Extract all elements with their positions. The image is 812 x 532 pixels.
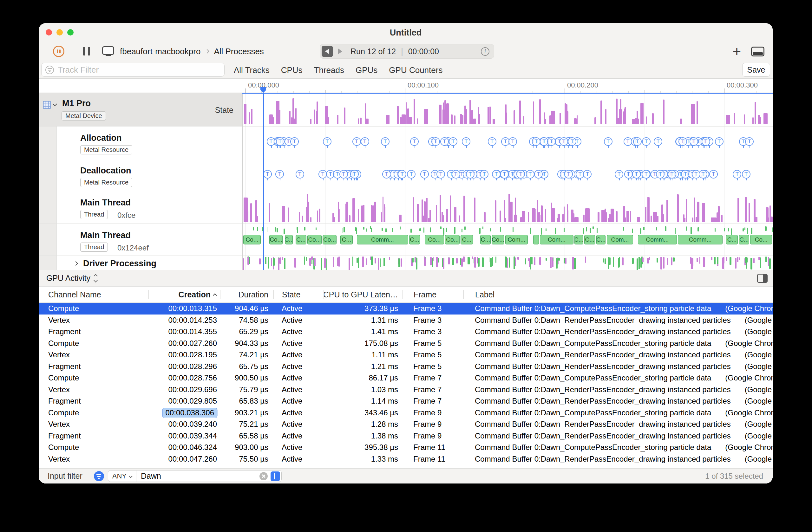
table-row[interactable]: Vertex 00:00.039.240 75.21 µs Active 1.2… [39,418,773,430]
table-row[interactable]: Vertex 00:00.047.260 75.50 µs Active 1.3… [39,453,773,465]
command-block[interactable]: Comm... [638,235,677,245]
tab-gpus[interactable]: GPUs [356,65,377,75]
column-duration[interactable]: Duration [220,290,273,299]
table-row[interactable]: Fragment 00:00.014.355 65.29 µs Active 1… [39,326,773,338]
table-row[interactable]: Compute 00:00.046.324 903.00 µs Active 3… [39,442,773,453]
resource-event-marker[interactable]: T [692,170,700,178]
resource-event-marker[interactable]: T [560,137,568,146]
resource-event-marker[interactable]: T [583,170,592,178]
resource-event-marker[interactable]: T [410,137,419,146]
next-run-button[interactable] [334,46,345,57]
resource-event-marker[interactable]: T [517,170,525,178]
track-filter-input[interactable] [57,65,220,75]
command-block[interactable]: C... [285,235,293,245]
table-row[interactable]: Fragment 00:00.029.805 65.83 µs Active 1… [39,395,773,407]
resource-event-marker[interactable]: T [431,137,440,146]
clear-filter-icon[interactable] [259,472,268,480]
resource-event-marker[interactable]: T [488,137,496,146]
track-filter-field[interactable] [41,63,224,77]
resource-event-marker[interactable]: T [452,170,460,178]
save-button[interactable]: Save [742,63,770,77]
command-block[interactable]: Co... [425,235,444,245]
column-latency[interactable]: CPU to GPU Laten… [323,290,403,299]
resource-event-marker[interactable]: T [318,170,327,178]
table-row[interactable]: Vertex 00:00.014.253 74.58 µs Active 1.3… [39,314,773,326]
table-row[interactable]: Vertex 00:00.028.195 74.21 µs Active 1.1… [39,349,773,361]
resource-event-marker[interactable]: T [480,170,489,178]
add-instrument-button[interactable]: + [728,42,746,61]
column-channel-name[interactable]: Channel Name [39,290,148,299]
command-block[interactable]: C... [461,235,473,245]
tab-cpus[interactable]: CPUs [281,65,303,75]
resource-event-marker[interactable]: T [642,137,651,146]
playhead-line[interactable] [263,93,264,270]
resource-event-marker[interactable]: T [715,137,724,146]
command-block[interactable]: Co... [322,235,336,245]
command-block[interactable]: C... [480,235,491,245]
table-row[interactable]: Fragment 00:00.028.296 65.75 µs Active 1… [39,361,773,372]
resource-event-marker[interactable]: T [449,137,458,146]
tab-threads[interactable]: Threads [314,65,344,75]
resource-event-marker[interactable]: T [295,170,304,178]
resource-event-marker[interactable]: T [267,137,275,146]
expand-driver-chevron-icon[interactable] [74,261,78,266]
resource-event-marker[interactable]: T [466,170,475,178]
command-block[interactable]: C... [584,235,595,245]
tab-gpu-counters[interactable]: GPU Counters [389,65,443,75]
resource-event-marker[interactable]: T [709,170,718,178]
resource-event-marker[interactable]: T [624,170,633,178]
resource-event-marker[interactable]: T [733,170,741,178]
pause-button[interactable] [83,47,90,56]
resource-event-marker[interactable]: T [440,137,449,146]
command-block[interactable]: C... [575,235,583,245]
track-name-main-thread-2[interactable]: Main Thread [80,231,131,240]
command-block[interactable]: C... [739,235,749,245]
command-block[interactable]: Com... [505,235,527,245]
command-block[interactable]: C... [340,235,353,245]
command-block[interactable]: Co... [750,235,772,245]
resource-event-marker[interactable]: T [275,170,284,178]
info-icon[interactable]: i [481,47,490,56]
resource-event-marker[interactable]: T [745,137,754,146]
column-creation[interactable]: Creation [148,290,220,299]
command-block[interactable]: Co... [492,235,505,245]
filter-token-icon[interactable] [271,471,280,481]
command-block[interactable]: Co... [307,235,322,245]
resource-event-marker[interactable]: T [624,137,632,146]
inspector-toggle-icon[interactable] [757,274,768,283]
target-scope[interactable]: All Processes [214,47,264,56]
resource-event-marker[interactable]: T [604,137,612,146]
resource-event-marker[interactable]: T [436,170,445,178]
command-block[interactable]: C... [295,235,306,245]
record-button[interactable] [53,46,64,57]
target-breadcrumb[interactable]: fbeaufort-macbookpro All Processes [120,41,264,61]
command-block[interactable]: C... [409,235,420,245]
resource-event-marker[interactable]: T [420,170,429,178]
resource-event-marker[interactable]: T [290,137,299,146]
resource-event-marker[interactable]: T [656,170,665,178]
resource-event-marker[interactable]: T [532,137,540,146]
track-name-allocation[interactable]: Allocation [80,133,122,143]
resource-event-marker[interactable]: T [500,170,509,178]
tab-all-tracks[interactable]: All Tracks [234,65,270,75]
resource-event-marker[interactable]: T [642,170,650,178]
resource-event-marker[interactable]: T [633,137,642,146]
table-row[interactable]: Compute 00:00.013.315 904.46 µs Active 3… [39,303,773,314]
resource-event-marker[interactable]: T [350,170,359,178]
toggle-detail-view-button[interactable] [751,47,765,56]
previous-run-button[interactable] [322,46,333,57]
command-block[interactable]: Com... [607,235,634,245]
resource-event-marker[interactable]: T [526,170,535,178]
resource-event-marker[interactable]: T [263,170,272,178]
active-filter-icon[interactable] [94,471,104,481]
ruler-timeline[interactable]: 00:00.00000:00.10000:00.20000:00.300 [242,79,773,93]
column-state[interactable]: State [273,290,323,299]
resource-event-marker[interactable]: T [654,137,662,146]
command-block[interactable]: Comm... [357,235,408,245]
resource-event-marker[interactable]: T [323,137,332,146]
command-block[interactable]: Comm... [678,235,723,245]
resource-event-marker[interactable]: T [679,137,687,146]
command-block[interactable]: Co... [243,235,261,245]
resource-event-marker[interactable]: T [690,137,698,146]
resource-event-marker[interactable]: T [547,137,556,146]
